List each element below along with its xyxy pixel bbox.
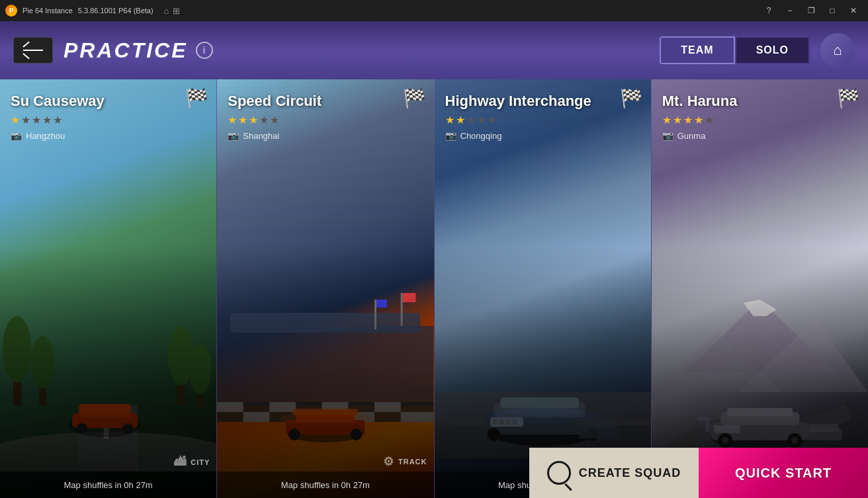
star-5: ★ [705,114,714,126]
flag-icon: 🏁 [620,87,643,109]
track-location: 📷 Gunma [662,130,857,141]
window-controls: ? − ❐ □ ✕ [760,4,863,17]
location-text: Shanghai [243,131,279,141]
track-location: 📷 Hangzhou [11,130,206,141]
app-version: 5.3.86.1001 P64 (Beta) [78,7,153,15]
track-content: 🏁 Speed Circuit ★ ★ ★ ★ ★ 📷 Shanghai [217,79,433,498]
tab-team[interactable]: TEAM [660,36,734,64]
track-card-causeway[interactable]: 🏁 Su Causeway ★ ★ ★ ★ ★ 📷 Hangzhou 🏙 CIT… [0,79,217,498]
track-name: Mt. Haruna [662,93,857,110]
track-type-badge: ⚙ TRACK [383,454,427,469]
star-1: ★ [662,114,672,126]
star-2: ★ [673,114,682,126]
city-icon: 🏙 [174,455,187,469]
star-5: ★ [488,114,497,126]
restore-button[interactable]: ❐ [802,4,820,17]
camera-icon: 📷 [445,130,456,141]
home-icon: ⌂ [833,42,842,59]
location-text: Hangzhou [26,131,65,141]
star-4: ★ [477,114,486,126]
track-name: Highway Interchange [445,93,640,110]
star-4: ★ [42,114,52,126]
track-type-badge: 🏙 CITY [174,455,210,469]
track-stars: ★ ★ ★ ★ ★ [445,114,640,126]
track-shuffle: Map shuffles in 0h 27m [0,472,216,498]
home-button[interactable]: ⌂ [820,33,855,67]
track-content: 🏁 Mt. Haruna ★ ★ ★ ★ ★ 📷 Gunma [652,79,868,498]
camera-icon: 📷 [662,130,673,141]
track-card-highway[interactable]: 🏁 Highway Interchange ★ ★ ★ ★ ★ 📷 Chongq… [435,79,652,498]
info-button[interactable]: i [196,42,213,59]
title-bar: P Pie 64 Instance 5.3.86.1001 P64 (Beta)… [0,0,868,21]
star-4: ★ [259,114,269,126]
star-3: ★ [683,114,693,126]
create-squad-button[interactable]: CREATE SQUAD [529,448,699,498]
flag-icon: 🏁 [403,87,426,109]
location-text: Chongqing [460,131,502,141]
maximize-button[interactable]: □ [823,4,842,17]
star-4: ★ [694,114,703,126]
track-location: 📷 Chongqing [445,130,640,141]
track-location: 📷 Shanghai [228,130,423,141]
track-name: Speed Circuit [228,93,423,110]
flag-icon: 🏁 [837,87,860,109]
star-2: ★ [21,114,30,126]
action-bar: CREATE SQUAD QUICK START [529,448,868,498]
star-3: ★ [466,114,476,126]
home-titlebar-icon[interactable]: ⌂ [164,6,169,16]
close-button[interactable]: ✕ [844,4,863,17]
app-title: Pie 64 Instance [22,7,73,15]
star-5: ★ [53,114,62,126]
track-type-label: TRACK [398,458,427,466]
track-stars: ★ ★ ★ ★ ★ [662,114,857,126]
track-content: 🏁 Su Causeway ★ ★ ★ ★ ★ 📷 Hangzhou [0,79,216,498]
star-1: ★ [445,114,455,126]
star-3: ★ [249,114,258,126]
search-icon [547,461,571,485]
mode-tabs: TEAM SOLO [660,36,810,64]
minimize-button[interactable]: − [781,4,799,17]
star-1: ★ [228,114,237,126]
star-2: ★ [238,114,247,126]
create-squad-label: CREATE SQUAD [579,466,681,480]
track-shuffle: Map shuffles in 0h 27m [217,472,433,498]
track-type-label: CITY [191,458,210,466]
quick-start-label: QUICK START [735,466,832,481]
page-title: PRACTICE [64,38,188,63]
location-text: Gunma [677,131,706,141]
track-stars: ★ ★ ★ ★ ★ [11,114,206,126]
star-5: ★ [270,114,279,126]
track-content: 🏁 Highway Interchange ★ ★ ★ ★ ★ 📷 Chongq… [435,79,651,498]
tracks-container: 🏁 Su Causeway ★ ★ ★ ★ ★ 📷 Hangzhou 🏙 CIT… [0,79,868,498]
track-card-speed-circuit[interactable]: 🏁 Speed Circuit ★ ★ ★ ★ ★ 📷 Shanghai ⚙ T… [217,79,434,498]
help-button[interactable]: ? [760,4,778,17]
camera-icon: 📷 [228,130,239,141]
header: PRACTICE i TEAM SOLO ⌂ [0,21,868,79]
back-button[interactable] [13,37,53,63]
star-2: ★ [456,114,465,126]
main-content: 🏁 Su Causeway ★ ★ ★ ★ ★ 📷 Hangzhou 🏙 CIT… [0,79,868,498]
track-icon: ⚙ [383,454,394,469]
instance-icon[interactable]: ⊞ [173,6,180,16]
track-stars: ★ ★ ★ ★ ★ [228,114,423,126]
back-arrow-icon [23,50,43,51]
shuffle-time: Map shuffles in 0h 27m [64,480,153,490]
track-card-haruna[interactable]: 🏁 Mt. Haruna ★ ★ ★ ★ ★ 📷 Gunma ⛰ MOUNTAI… [652,79,868,498]
tab-solo[interactable]: SOLO [735,36,810,64]
star-3: ★ [32,114,41,126]
flag-icon: 🏁 [185,87,208,109]
track-name: Su Causeway [11,93,206,110]
app-logo: P [5,5,17,17]
quick-start-button[interactable]: QUICK START [699,448,868,498]
star-1: ★ [11,114,20,126]
camera-icon: 📷 [11,130,22,141]
shuffle-time: Map shuffles in 0h 27m [281,480,370,490]
